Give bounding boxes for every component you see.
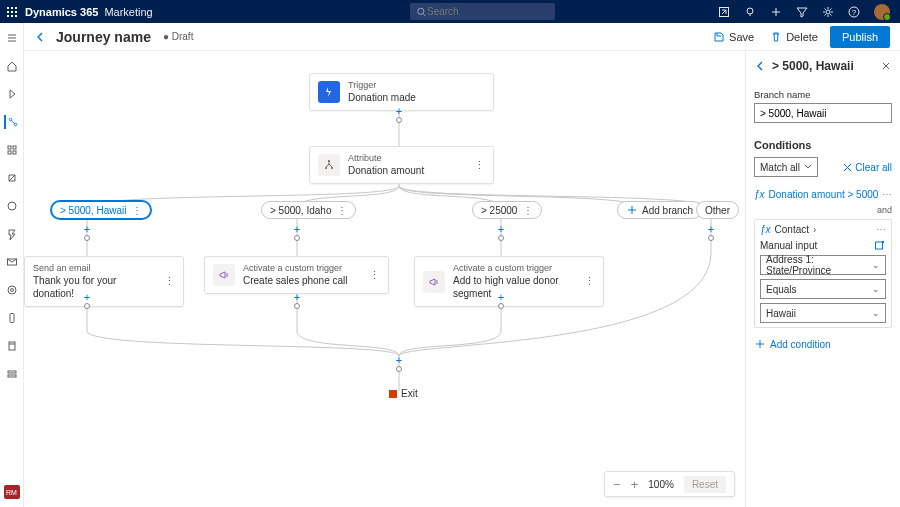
- area-name: Marketing: [104, 6, 152, 18]
- more-icon[interactable]: ⋮: [578, 275, 595, 288]
- flag-icon: [389, 390, 397, 398]
- properties-panel: > 5000, Hawaii Branch name Conditions Ma…: [745, 51, 900, 507]
- svg-rect-35: [8, 371, 16, 373]
- plus-icon: [626, 204, 638, 216]
- svg-rect-24: [8, 146, 11, 149]
- hamburger-icon[interactable]: [5, 31, 19, 45]
- left-nav-rail: RM: [0, 23, 24, 507]
- help-icon[interactable]: ?: [848, 6, 860, 18]
- add-condition-button[interactable]: Add condition: [754, 338, 892, 350]
- conditions-heading: Conditions: [754, 139, 892, 151]
- svg-point-16: [826, 10, 830, 14]
- branch-name-label: Branch name: [754, 89, 892, 100]
- chevron-down-icon: ⌄: [872, 308, 880, 318]
- svg-rect-25: [13, 146, 16, 149]
- branch-pill-3[interactable]: > 25000⋮: [472, 201, 542, 219]
- plus-connector[interactable]: +: [495, 223, 507, 241]
- app-launcher-icon[interactable]: [0, 0, 23, 23]
- megaphone-icon: [423, 271, 445, 293]
- operator-select[interactable]: Equals⌄: [760, 279, 886, 299]
- more-icon[interactable]: ⋯: [882, 189, 892, 200]
- delete-button[interactable]: Delete: [762, 27, 826, 47]
- plus-connector[interactable]: +: [291, 223, 303, 241]
- settings-icon[interactable]: [822, 6, 834, 18]
- product-name: Dynamics 365: [25, 6, 98, 18]
- svg-point-49: [328, 160, 330, 162]
- triggers-icon[interactable]: [5, 227, 19, 241]
- svg-point-9: [418, 8, 424, 14]
- back-button[interactable]: [34, 31, 46, 43]
- panel-back-button[interactable]: [754, 60, 766, 72]
- svg-rect-26: [8, 151, 11, 154]
- global-search[interactable]: [410, 3, 555, 20]
- more-icon[interactable]: ⋮: [468, 159, 485, 172]
- clear-all-button[interactable]: Clear all: [843, 162, 892, 173]
- zoom-out-button[interactable]: −: [613, 477, 621, 492]
- chevron-down-icon: ⌄: [872, 260, 880, 270]
- add-icon[interactable]: [770, 6, 782, 18]
- home-icon[interactable]: [5, 59, 19, 73]
- action-node-trigger-1[interactable]: Activate a custom triggerCreate sales ph…: [204, 256, 389, 294]
- svg-text:?: ?: [852, 8, 857, 17]
- plus-connector[interactable]: +: [495, 291, 507, 309]
- push-icon[interactable]: [5, 339, 19, 353]
- svg-point-48: [331, 167, 333, 169]
- panel-close-button[interactable]: [880, 60, 892, 72]
- lightbulb-icon[interactable]: [744, 6, 756, 18]
- assets-icon[interactable]: [5, 199, 19, 213]
- filter-icon[interactable]: [796, 6, 808, 18]
- journey-canvas[interactable]: TriggerDonation made + AttributeDonation…: [24, 51, 741, 507]
- plus-connector[interactable]: +: [393, 354, 405, 372]
- more-icon[interactable]: ⋮: [363, 269, 380, 282]
- user-avatar[interactable]: [874, 4, 890, 20]
- channels-icon[interactable]: [5, 283, 19, 297]
- plus-connector[interactable]: +: [705, 223, 717, 241]
- value-select[interactable]: Hawaii⌄: [760, 303, 886, 323]
- assistant-icon[interactable]: [718, 6, 730, 18]
- insights-icon[interactable]: [5, 171, 19, 185]
- sms-icon[interactable]: [5, 311, 19, 325]
- plus-connector[interactable]: +: [393, 105, 405, 123]
- add-branch-button[interactable]: Add branch: [617, 201, 702, 219]
- more-icon[interactable]: ⋮: [337, 205, 347, 216]
- more-icon[interactable]: ⋮: [132, 205, 142, 216]
- svg-rect-4: [11, 11, 13, 13]
- email-icon[interactable]: [5, 255, 19, 269]
- svg-point-28: [8, 202, 16, 210]
- recent-icon[interactable]: [5, 87, 19, 101]
- field-select[interactable]: Address 1: State/Province⌄: [760, 255, 886, 275]
- more-nav-icon[interactable]: [5, 367, 19, 381]
- zoom-toolbar: − + 100% Reset: [604, 471, 735, 497]
- zoom-in-button[interactable]: +: [631, 477, 639, 492]
- action-node-trigger-2[interactable]: Activate a custom triggerAdd to high val…: [414, 256, 604, 307]
- more-icon[interactable]: ⋮: [158, 275, 175, 288]
- svg-rect-32: [10, 314, 14, 323]
- plus-connector[interactable]: +: [81, 223, 93, 241]
- condition-row-1[interactable]: ƒx Donation amount > 5000 ⋯: [754, 185, 892, 203]
- status-badge: ● Draft: [163, 31, 194, 42]
- branch-pill-other[interactable]: Other: [696, 201, 739, 219]
- area-switcher[interactable]: RM: [4, 485, 20, 499]
- attribute-node[interactable]: AttributeDonation amount ⋮: [309, 146, 494, 184]
- branch-name-input[interactable]: [754, 103, 892, 123]
- action-node-email[interactable]: Send an emailThank you for your donation…: [24, 256, 184, 307]
- journeys-icon[interactable]: [4, 115, 18, 129]
- plus-connector[interactable]: +: [291, 291, 303, 309]
- segments-icon[interactable]: [5, 143, 19, 157]
- save-button[interactable]: Save: [705, 27, 762, 47]
- search-input[interactable]: [427, 6, 549, 17]
- edit-icon[interactable]: [874, 239, 886, 251]
- svg-rect-27: [13, 151, 16, 154]
- close-icon: [843, 163, 852, 172]
- and-label: and: [754, 205, 892, 215]
- zoom-reset-button[interactable]: Reset: [684, 476, 726, 493]
- plus-connector[interactable]: +: [81, 291, 93, 309]
- branch-pill-1[interactable]: > 5000, Hawaii⋮: [51, 201, 151, 219]
- more-icon[interactable]: ⋯: [876, 224, 886, 235]
- match-dropdown[interactable]: Match all: [754, 157, 818, 177]
- branch-pill-2[interactable]: > 5000, Idaho⋮: [261, 201, 356, 219]
- global-top-bar: Dynamics 365 Marketing ?: [0, 0, 900, 23]
- more-icon[interactable]: ⋮: [523, 205, 533, 216]
- publish-button[interactable]: Publish: [830, 26, 890, 48]
- svg-point-12: [747, 8, 753, 14]
